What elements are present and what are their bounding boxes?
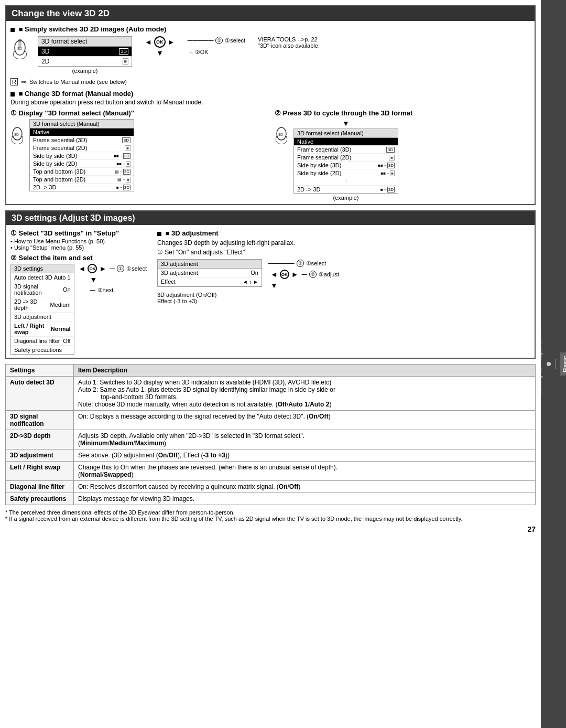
adjustment-note2: Effect (-3 to +3) [157, 298, 530, 304]
setting-diagonal: Diagonal line filter [6, 481, 74, 493]
settings-step1-bullet1: • How to Use Menu Functions (p. 50) [10, 238, 147, 244]
step1-row-frame3d: Frame seqential (3D) 3D [30, 136, 134, 144]
step1-section: ① Display "3D format select (Manual)" 3D… [10, 109, 266, 201]
steps-row: ① Display "3D format select (Manual)" 3D… [10, 109, 530, 201]
step1-content: 3D 3D format select (Manual) Native Fram… [10, 119, 266, 191]
step1-row-native: Native [30, 129, 134, 136]
ok-arrow-diagram: ◄ OK ► ▼ [145, 36, 175, 57]
ok-button-icon: OK [154, 36, 166, 48]
desc-autodetect: Auto 1: Switches to 3D display when 3D i… [74, 377, 536, 411]
desc-safety: Displays message for viewing 3D images. [74, 493, 536, 505]
hand-icon2: 3D [10, 123, 25, 146]
adjustment-header: ■ 3D adjustment [157, 229, 530, 237]
simply-switches-header: ■ Simply switches 3D 2D images (Auto mod… [10, 25, 530, 33]
tv2d-icon3: ■ [389, 155, 395, 160]
top2d-icon: ▤→■ [117, 177, 130, 182]
page-number: 27 [5, 525, 536, 533]
viera-tools-info: VIERA TOOLS -->p. 22 "3D" icon also avai… [258, 36, 320, 49]
step2-row-side2d: Side by side (2D) ■■→■ [294, 169, 398, 177]
format-select-box: 3D format select 3D 3D 2D ■ (example) [38, 36, 132, 74]
table-row: Left / Right swap Change this to On when… [6, 462, 536, 481]
top3d-icon: ▤→3D [115, 169, 130, 174]
black-square-icon [10, 28, 15, 32]
adjustment-row2: Effect ◄ ↕ ► [158, 277, 262, 286]
2d3d-icon2: ■→3D [380, 187, 395, 192]
step1-row-top2d: Top and bottom (2D) ▤→■ [30, 176, 134, 184]
settings-left: ① Select "3D settings" in "Setup" • How … [10, 229, 147, 355]
adjustment-description: Changes 3D depth by adjusting left-right… [157, 239, 530, 247]
step2-box-with-arrow: ▼ 3D format select (Manual) Native Frame… [293, 119, 398, 201]
circle-1-adjust: ① [297, 260, 304, 267]
settings-section: 3D settings (Adjust 3D images) ① Select … [5, 210, 536, 359]
step1-format-header: 3D format select (Manual) [30, 120, 134, 129]
desc-diagonal: On: Resolves discomfort caused by receiv… [74, 481, 536, 493]
step1-row-2d3d: 2D -> 3D ■→3D [30, 184, 134, 191]
change-view-title: Change the view 3D 2D [6, 6, 535, 21]
settings-step2: ② Select the item and set 3D settings Au… [10, 254, 147, 355]
example-label: (example) [38, 68, 132, 74]
desc-signal: On: Displays a message according to the … [74, 411, 536, 430]
table-header-description: Item Description [74, 365, 536, 377]
manual-mode-header: ■ Change 3D format (Manual mode) [10, 90, 530, 98]
step2-format-box: 3D format select (Manual) Native Frame s… [293, 129, 398, 194]
description-table: Settings Item Description Auto detect 3D… [5, 364, 536, 505]
settings-box: 3D settings Auto detect 3DAuto 1 3D sign… [10, 264, 74, 355]
svg-text:3D: 3D [278, 133, 283, 136]
step2-format-header: 3D format select (Manual) [294, 129, 398, 138]
step1-format-box: 3D format select (Manual) Native Frame s… [29, 119, 134, 191]
format-select-inner: 3D format select 3D 3D 2D ■ [38, 36, 132, 67]
page-wrapper: Change the view 3D 2D ■ Simply switches … [0, 0, 566, 728]
black-square-icon3 [157, 232, 161, 236]
circle-1-icon: ① [215, 37, 223, 44]
step2-label: ② Press 3D to cycle through the 3D forma… [275, 109, 530, 117]
table-row: 3D signal notification On: Displays a me… [6, 411, 536, 430]
black-square-icon2 [10, 92, 15, 97]
adjustment-box-row: 3D adjustment 3D adjustment On Effect ◄ … [157, 259, 530, 290]
sidebar-viewing-label: ● Viewing 3D images on TV [536, 329, 542, 403]
tv3d-icon: 3D [119, 48, 128, 55]
effect-arrows-icon: ◄ ↕ ► [243, 279, 258, 285]
adjustment-step1: ① Set "On" and adjusts "Effect" [157, 249, 530, 256]
footnote2: * If a signal received from an external … [5, 516, 536, 522]
step2-content: 3D ▼ 3D format select (Manual) Native [275, 119, 530, 201]
settings-nav: ◄ OK ► ─ ① ①select ▼ [79, 264, 147, 294]
hand-icon: 3D [10, 36, 29, 59]
footnote1: * The perceived three dimensional effect… [5, 509, 536, 516]
manual-mode-section: ■ Change 3D format (Manual mode) During … [10, 90, 530, 106]
settings-layout: ① Select "3D settings" in "Setup" • How … [10, 229, 530, 355]
setting-signal: 3D signal notification [6, 411, 74, 430]
setting-depth: 2D->3D depth [6, 430, 74, 449]
down-arrow-icon: ▼ [293, 119, 398, 127]
svg-point-2 [18, 39, 21, 42]
format-row-2d: 2D ■ [38, 57, 132, 66]
settings-row-depth: 2D -> 3D depthMedium [11, 297, 74, 313]
table-row: 3D adjustment See above. (3D adjustment … [6, 449, 536, 462]
step1-label: ① Display "3D format select (Manual)" [10, 109, 266, 117]
step2-example-label: (example) [293, 195, 398, 201]
step2-dots: ⋮ [294, 177, 398, 186]
step2-row-2d3d: 2D -> 3D ■→3D [294, 186, 398, 193]
footnotes: * The perceived three dimensional effect… [5, 509, 536, 522]
settings-step1-bullet2: • Using "Setup" menu (p. 55) [10, 244, 147, 251]
adjustment-box: 3D adjustment 3D adjustment On Effect ◄ … [157, 259, 262, 287]
manual-note: During above operation press red button … [10, 99, 530, 106]
table-row: Diagonal line filter On: Resolves discom… [6, 481, 536, 493]
setting-safety: Safety precautions [6, 493, 74, 505]
ok-button-adjust: OK [280, 270, 289, 279]
sidebar: Basic ● Viewing 3D images on TV [541, 0, 566, 728]
sidebar-inner: Basic ● Viewing 3D images on TV [536, 324, 567, 403]
settings-row-signal: 3D signal notificationOn [11, 282, 74, 297]
tv3d-icon2: 3D [122, 137, 130, 143]
tv3d-icon3: 3D [386, 147, 395, 153]
settings-row-swap: Left / Right swapNormal [11, 322, 74, 337]
side2d-icon2: ■■→■ [380, 171, 395, 176]
adjustment-note1: 3D adjustment (On/Off) [157, 292, 530, 298]
table-row: 2D->3D depth Adjusts 3D depth. Available… [6, 430, 536, 449]
step2-section: ② Press 3D to cycle through the 3D forma… [275, 109, 530, 201]
simply-switches-row: 3D 3D format select 3D 3D 2D ■ [10, 36, 530, 74]
desc-adjustment: See above. (3D adjustment (On/Off), Effe… [74, 449, 536, 462]
step2-row-native: Native [294, 138, 398, 146]
2d3d-icon: ■→3D [116, 185, 130, 190]
desc-depth: Adjusts 3D depth. Available only when "2… [74, 430, 536, 449]
main-content: Change the view 3D 2D ■ Simply switches … [0, 0, 541, 728]
